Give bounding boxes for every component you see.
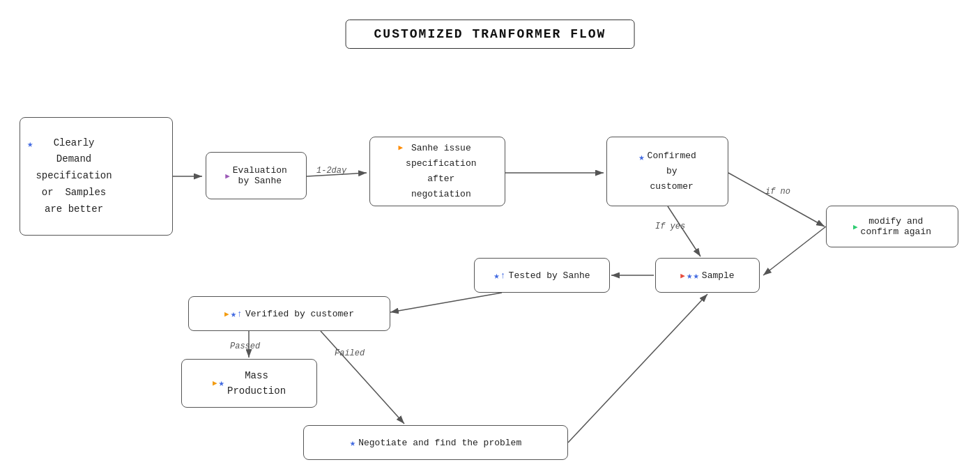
box-mass: ▶ ★ MassProduction xyxy=(181,359,317,408)
verified-text: Verified by customer xyxy=(245,309,354,319)
star-icon-verified: ★ xyxy=(231,308,236,320)
tested-text: Tested by Sanhe xyxy=(509,270,590,281)
svg-line-5 xyxy=(728,173,825,227)
svg-line-12 xyxy=(568,294,707,443)
negotiate-text: Negotiate and find the problem xyxy=(358,438,521,448)
star-icon-negotiate: ★ xyxy=(350,437,355,449)
star-icon-confirmed: ★ xyxy=(638,150,644,165)
box-tested: ★ ↑ Tested by Sanhe xyxy=(474,258,610,293)
title-text: CUSTOMIZED TRANFORMER FLOW xyxy=(374,27,606,41)
confirmed-text: Confirmedbycustomer xyxy=(648,148,696,194)
box-modify: ▶ modify andconfirm again xyxy=(826,206,958,247)
box-clearly: ★ ClearlyDemandspecificationor Samplesar… xyxy=(20,117,173,236)
label-passed: Passed xyxy=(230,341,260,351)
box-confirmed: ★ Confirmedbycustomer xyxy=(606,137,728,206)
arrow-up-tested: ↑ xyxy=(500,270,506,281)
label-if-no: if no xyxy=(765,187,790,197)
star-icon-tested1: ★ xyxy=(493,270,499,282)
star-icon-mass: ★ xyxy=(219,376,224,391)
tri-icon-evaluation: ▶ xyxy=(225,171,230,181)
modify-text: modify andconfirm again xyxy=(861,216,931,237)
svg-line-11 xyxy=(321,331,404,424)
evaluation-text: Evaluationby Sanhe xyxy=(233,165,287,186)
tri-icon-mass: ▶ xyxy=(213,378,217,390)
svg-line-7 xyxy=(668,206,700,256)
label-days: 1-2day xyxy=(316,166,346,176)
box-negotiate: ★ Negotiate and find the problem xyxy=(303,425,568,460)
tri-icon-sample: ▶ xyxy=(680,271,685,280)
box-sanhe-issue: ▶ Sanhe issuespecificationafternegotiati… xyxy=(369,137,505,206)
box-evaluation: ▶ Evaluationby Sanhe xyxy=(206,152,307,199)
star-icon-sample1: ★ xyxy=(687,270,692,282)
sanhe-text: Sanhe issuespecificationafternegotiation xyxy=(406,141,476,202)
tri-icon-modify: ▶ xyxy=(853,222,858,231)
mass-text: MassProduction xyxy=(227,368,286,399)
tri-icon-verified: ▶ xyxy=(224,309,229,318)
page-title: CUSTOMIZED TRANFORMER FLOW xyxy=(346,20,635,49)
svg-line-9 xyxy=(390,293,502,312)
box-sample: ▶ ★ ★ Sample xyxy=(655,258,760,293)
label-failed: Failed xyxy=(335,348,365,358)
star-icon-sample2: ★ xyxy=(693,270,698,282)
svg-line-6 xyxy=(763,227,826,275)
box-verified: ▶ ★ ↑ Verified by customer xyxy=(188,296,390,331)
label-if-yes: If yes xyxy=(655,222,685,231)
clearly-text: ClearlyDemandspecificationor Samplesare … xyxy=(36,135,112,218)
arrow-up-verified: ↑ xyxy=(237,309,243,319)
sample-text: Sample xyxy=(702,270,735,281)
tri-icon-sanhe: ▶ xyxy=(398,142,403,155)
star-icon-clearly: ★ xyxy=(27,137,33,152)
page-container: CUSTOMIZED TRANFORMER FLOW xyxy=(0,0,980,476)
